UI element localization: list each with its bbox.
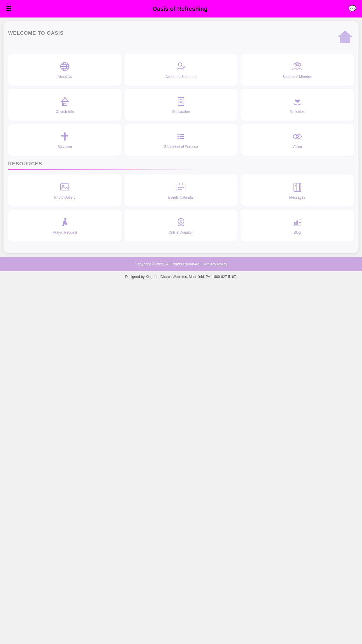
pray-icon xyxy=(59,217,70,228)
grid-item-ministries[interactable]: Ministries xyxy=(240,89,354,121)
main-card: WELCOME TO OASIS About Us xyxy=(3,21,359,253)
svg-point-27 xyxy=(293,134,301,139)
svg-rect-49 xyxy=(296,220,298,225)
welcome-grid: About Us About the Shepherd Become A Mem… xyxy=(8,54,354,156)
globe-icon xyxy=(59,61,70,72)
heart-hand-icon xyxy=(292,96,303,107)
grid-label-blog: Blog xyxy=(294,230,301,235)
grid-label-ministries: Ministries xyxy=(290,110,305,114)
app-title: Oasis of Refreshing xyxy=(12,6,348,12)
chat-icon[interactable]: 💬 xyxy=(348,5,356,13)
footer-copyright: Copyright © 2023. All Rights Reserved. | xyxy=(135,262,203,266)
grid-item-about-shepherd[interactable]: About the Shepherd xyxy=(124,54,238,86)
grid-label-photo-gallery: Photo Gallery xyxy=(54,195,75,200)
bible-icon xyxy=(292,182,303,192)
group-icon xyxy=(292,61,303,72)
grid-label-church-info: Church Info xyxy=(56,110,74,114)
svg-rect-10 xyxy=(62,102,67,106)
svg-rect-36 xyxy=(180,187,182,188)
grid-item-become-member[interactable]: Become A Member xyxy=(240,54,354,86)
footer-privacy-link[interactable]: Privacy Policy xyxy=(204,262,227,266)
svg-rect-38 xyxy=(178,189,180,190)
grid-item-events-calendar[interactable]: Events Calendar xyxy=(124,174,238,206)
svg-rect-48 xyxy=(294,222,296,225)
grid-item-prayer-request[interactable]: Prayer Request xyxy=(8,209,122,242)
cross-icon xyxy=(59,131,70,142)
resources-divider xyxy=(8,169,198,170)
grid-label-about-us: About Us xyxy=(58,75,72,79)
svg-point-23 xyxy=(178,136,179,137)
app-header: ☰ Oasis of Refreshing 💬 xyxy=(0,0,362,18)
svg-point-44 xyxy=(64,218,66,220)
svg-rect-0 xyxy=(343,39,347,43)
resources-grid: Photo Gallery Events Calendar xyxy=(8,174,354,242)
grid-item-about-us[interactable]: About Us xyxy=(8,54,122,86)
church-icon xyxy=(59,96,70,107)
grid-label-online-donation: Online Donation xyxy=(168,230,194,235)
svg-point-21 xyxy=(178,134,179,135)
grid-label-declaration: Declaration xyxy=(172,110,190,114)
svg-point-6 xyxy=(178,63,182,66)
grid-label-become-member: Become A Member xyxy=(282,75,312,79)
svg-rect-39 xyxy=(180,189,182,190)
resources-header: RESOURCES xyxy=(8,161,354,170)
welcome-title: WELCOME TO OASIS xyxy=(8,30,64,36)
calendar-icon xyxy=(176,182,186,192)
svg-text:$: $ xyxy=(180,220,182,224)
welcome-header: WELCOME TO OASIS xyxy=(8,28,354,48)
grid-label-messages: Messages xyxy=(289,195,305,200)
grid-label-vision: Vision xyxy=(292,145,302,149)
footer-designed-text: Designed by Kingdom Church Websites, Man… xyxy=(125,275,237,279)
svg-rect-35 xyxy=(178,187,180,188)
grid-label-prayer-request: Prayer Request xyxy=(53,230,77,235)
grid-label-salvation: Salvation xyxy=(58,145,72,149)
image-icon xyxy=(59,182,70,192)
person-check-icon xyxy=(176,61,186,72)
svg-point-9 xyxy=(296,63,299,66)
grid-item-photo-gallery[interactable]: Photo Gallery xyxy=(8,174,122,206)
grid-item-statement-purpose[interactable]: Statement of Purpose xyxy=(124,124,238,156)
grid-label-events-calendar: Events Calendar xyxy=(168,195,194,200)
footer-bar: Copyright © 2023. All Rights Reserved. |… xyxy=(0,257,362,271)
chart-icon xyxy=(292,217,303,228)
document-icon xyxy=(176,96,186,107)
grid-item-declaration[interactable]: Declaration xyxy=(124,89,238,121)
donate-icon: $ xyxy=(176,217,186,228)
svg-point-25 xyxy=(178,138,179,139)
svg-rect-20 xyxy=(61,135,68,136)
grid-item-online-donation[interactable]: $ Online Donation xyxy=(124,209,238,242)
grid-item-messages[interactable]: Messages xyxy=(240,174,354,206)
svg-rect-37 xyxy=(182,187,184,188)
grid-item-blog[interactable]: Blog xyxy=(240,209,354,242)
resources-title: RESOURCES xyxy=(8,161,42,167)
grid-item-church-info[interactable]: Church Info xyxy=(8,89,122,121)
menu-icon[interactable]: ☰ xyxy=(6,5,12,13)
home-icon xyxy=(336,28,354,48)
svg-rect-29 xyxy=(61,184,69,190)
grid-label-statement-purpose: Statement of Purpose xyxy=(164,145,198,149)
eye-icon xyxy=(292,131,303,142)
grid-label-about-shepherd: About the Shepherd xyxy=(166,75,197,79)
list-icon xyxy=(176,131,186,142)
grid-item-salvation[interactable]: Salvation xyxy=(8,124,122,156)
svg-rect-14 xyxy=(64,103,66,106)
grid-item-vision[interactable]: Vision xyxy=(240,124,354,156)
svg-point-28 xyxy=(296,135,298,138)
footer-designed: Designed by Kingdom Church Websites, Man… xyxy=(0,271,362,280)
